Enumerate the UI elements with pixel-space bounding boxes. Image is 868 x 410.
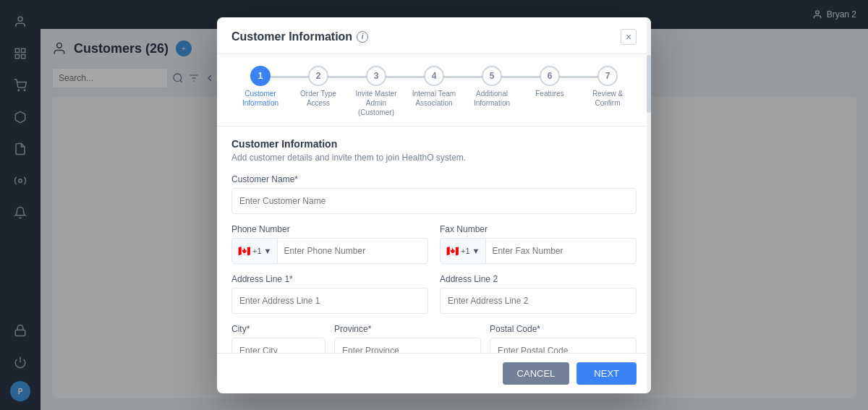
fax-dropdown-arrow: ▼ — [472, 247, 480, 255]
address-line2-input[interactable] — [440, 288, 637, 314]
fax-input-group: 🇨🇦 +1 ▼ — [440, 238, 637, 264]
phone-fax-row: Phone Number 🇨🇦 +1 ▼ Fax Number — [231, 224, 637, 264]
step-2[interactable]: 2 Order Type Access — [289, 66, 347, 108]
step-label-1: CustomerInformation — [242, 89, 278, 108]
modal-title-container: Customer Information i — [231, 30, 368, 43]
step-label-5: Additional Information — [467, 89, 517, 108]
form-section-desc: Add customer details and invite them to … — [231, 153, 637, 163]
fax-country-code: +1 — [461, 247, 470, 255]
step-circle-2: 2 — [308, 66, 328, 86]
step-1[interactable]: 1 CustomerInformation — [231, 66, 289, 108]
city-input[interactable] — [231, 338, 326, 353]
address-line1-group: Address Line 1* — [231, 274, 428, 314]
step-label-4: Internal Team Association — [409, 89, 459, 108]
address-line2-group: Address Line 2 — [440, 274, 637, 314]
step-circle-1: 1 — [250, 66, 271, 86]
address-line1-input[interactable] — [231, 288, 428, 314]
phone-country-code: +1 — [252, 247, 262, 255]
step-circle-3: 3 — [366, 66, 386, 86]
step-label-2: Order Type Access — [293, 89, 344, 108]
fax-country-select[interactable]: 🇨🇦 +1 ▼ — [441, 239, 486, 263]
postal-code-group: Postal Code* — [490, 324, 637, 353]
fax-flag: 🇨🇦 — [446, 245, 459, 257]
form-section-title: Customer Information — [231, 138, 637, 150]
step-label-7: Review & Confirm — [582, 89, 633, 108]
modal-body: Customer Information Add customer detail… — [217, 127, 651, 353]
info-icon: i — [357, 31, 368, 43]
province-input[interactable] — [334, 338, 481, 353]
fax-number-label: Fax Number — [440, 224, 637, 234]
phone-number-input[interactable] — [278, 239, 427, 263]
phone-number-group: Phone Number 🇨🇦 +1 ▼ — [231, 224, 428, 264]
modal-overlay: Customer Information i × 1 CustomerInfor… — [0, 0, 868, 410]
phone-number-label: Phone Number — [231, 224, 428, 234]
phone-flag: 🇨🇦 — [238, 245, 250, 257]
step-label-6: Features — [535, 89, 563, 98]
modal-footer: CANCEL NEXT — [217, 353, 651, 393]
fax-number-group: Fax Number 🇨🇦 +1 ▼ — [440, 224, 637, 264]
cancel-button[interactable]: CANCEL — [503, 362, 570, 385]
customer-name-label: Customer Name* — [231, 174, 637, 184]
address-line2-label: Address Line 2 — [440, 274, 637, 284]
fax-number-input[interactable] — [486, 239, 636, 263]
modal-scrollbar-thumb — [647, 55, 651, 113]
modal-title-text: Customer Information — [231, 30, 352, 43]
city-label: City* — [231, 324, 326, 334]
postal-code-input[interactable] — [490, 338, 637, 353]
step-7[interactable]: 7 Review & Confirm — [579, 66, 637, 108]
steps-list: 1 CustomerInformation 2 Order Type Acces… — [231, 66, 637, 117]
modal-scrollbar — [647, 17, 651, 393]
modal-header: Customer Information i × — [217, 17, 651, 54]
province-label: Province* — [334, 324, 481, 334]
customer-information-modal: Customer Information i × 1 CustomerInfor… — [217, 17, 651, 393]
modal-close-button[interactable]: × — [621, 29, 637, 45]
city-province-postal-row: City* Province* Postal Code* — [231, 324, 637, 353]
city-group: City* — [231, 324, 326, 353]
next-button[interactable]: NEXT — [576, 362, 637, 385]
phone-input-group: 🇨🇦 +1 ▼ — [231, 238, 428, 264]
steps-container: 1 CustomerInformation 2 Order Type Acces… — [217, 54, 651, 127]
step-label-3: Invite Master Admin (Customer) — [351, 89, 401, 117]
province-group: Province* — [334, 324, 481, 353]
postal-code-label: Postal Code* — [490, 324, 637, 334]
customer-name-group: Customer Name* — [231, 174, 637, 214]
step-circle-5: 5 — [482, 66, 502, 86]
step-4[interactable]: 4 Internal Team Association — [405, 66, 463, 108]
address-line1-label: Address Line 1* — [231, 274, 428, 284]
phone-country-select[interactable]: 🇨🇦 +1 ▼ — [232, 239, 278, 263]
address-row: Address Line 1* Address Line 2 — [231, 274, 637, 314]
customer-name-input[interactable] — [231, 188, 637, 214]
step-3[interactable]: 3 Invite Master Admin (Customer) — [347, 66, 405, 117]
step-circle-7: 7 — [597, 66, 618, 86]
phone-dropdown-arrow: ▼ — [264, 247, 272, 255]
step-6[interactable]: 6 Features — [521, 66, 579, 98]
step-5[interactable]: 5 Additional Information — [463, 66, 521, 108]
step-circle-6: 6 — [540, 66, 560, 86]
step-circle-4: 4 — [424, 66, 444, 86]
